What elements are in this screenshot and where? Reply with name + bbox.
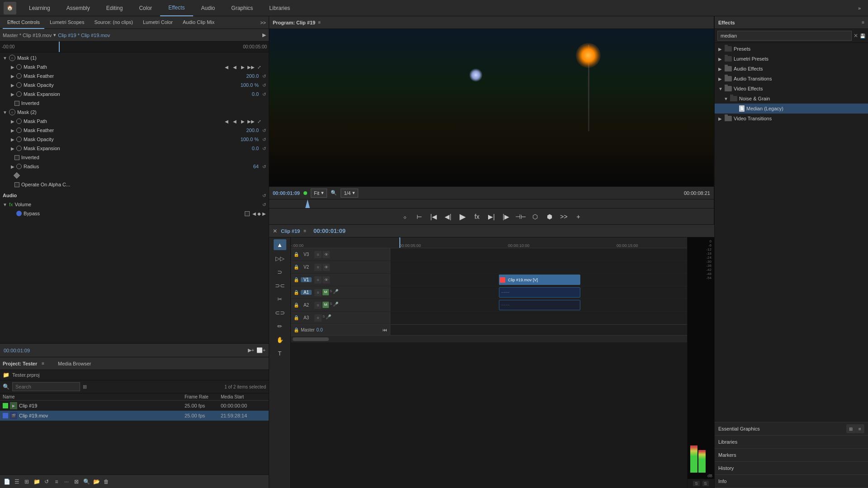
tree-median-legacy[interactable]: 📄 Median (Legacy)	[715, 104, 868, 114]
tree-noise-grain[interactable]: ▼ Noise & Grain	[715, 94, 868, 104]
mask1-expansion-value[interactable]: 0.0	[252, 91, 259, 97]
track-v2-eye[interactable]: 👁	[323, 264, 330, 271]
track-a1-sync[interactable]: ≡	[314, 289, 322, 296]
transport-next-edit[interactable]: |▶	[501, 211, 512, 222]
program-fit-dropdown[interactable]: Fit ▾	[311, 189, 327, 198]
transport-step-back[interactable]: |◀	[428, 211, 439, 222]
panel-tabs-more[interactable]: >>	[260, 20, 266, 25]
track-v3-label[interactable]: V3	[301, 252, 312, 257]
timeline-close-btn[interactable]: ✕	[273, 228, 277, 234]
project-icon-view-btn[interactable]: ⊞	[23, 478, 31, 486]
track-v3-sync[interactable]: ≡	[314, 251, 322, 258]
effects-search-clear[interactable]: ✕	[854, 33, 858, 39]
track-v1-eye[interactable]: 👁	[323, 276, 330, 284]
track-a2-mute[interactable]: M	[323, 302, 329, 308]
tab-source[interactable]: Source: (no clips)	[90, 16, 138, 29]
program-scrubber[interactable]	[269, 199, 714, 208]
tree-video-transitions[interactable]: ▶ Video Transitions	[715, 114, 868, 123]
nav-tab-editing[interactable]: Editing	[98, 0, 131, 16]
mask2-expansion-reset[interactable]: ↺	[262, 146, 266, 151]
audio-reset[interactable]: ↺	[262, 193, 266, 198]
mask1-expand-btn[interactable]: ⤢	[256, 64, 262, 70]
operate-alpha-checkbox[interactable]	[14, 182, 19, 187]
track-a1-input[interactable]: 🎤	[333, 289, 338, 296]
mask2-fwd-btn[interactable]: ▶▶	[248, 118, 254, 124]
vu-s-btn-right[interactable]: S	[702, 481, 709, 486]
track-a3-label[interactable]: A3	[301, 315, 312, 320]
nav-tab-color[interactable]: Color	[131, 0, 160, 16]
project-delete-btn[interactable]: 🗑	[102, 478, 110, 486]
transport-prev-edit[interactable]: ⊢	[414, 211, 425, 222]
radius-value[interactable]: 64	[253, 164, 259, 169]
track-a2-solo[interactable]: S	[330, 302, 332, 309]
timeline-scrollbar[interactable]	[291, 335, 687, 342]
essential-graphics-icon2[interactable]: ≡	[855, 424, 864, 433]
project-new-item-btn[interactable]: 📄	[3, 478, 11, 486]
ec-btn-add-to-sequence[interactable]: ▶+	[247, 346, 255, 355]
tool-type[interactable]: T	[274, 348, 286, 359]
project-folder-btn[interactable]: 📁	[33, 478, 41, 486]
track-a3-input[interactable]: 🎤	[326, 314, 331, 322]
transport-play-stop[interactable]: ▶	[457, 211, 468, 222]
project-icon-btn[interactable]: ⊞	[83, 384, 87, 390]
track-v1-sync[interactable]: ≡	[314, 276, 322, 284]
program-menu-icon[interactable]: ≡	[318, 20, 321, 25]
home-button[interactable]: 🏠	[4, 2, 16, 14]
tree-audio-effects[interactable]: ▶ Audio Effects	[715, 64, 868, 74]
track-a2-lock[interactable]: 🔒	[294, 303, 299, 308]
track-a2-clip[interactable]: ~~~~	[499, 300, 580, 310]
tab-lumetri-color[interactable]: Lumetri Color	[138, 16, 177, 29]
mask2-opacity-value[interactable]: 100.0 %	[241, 137, 259, 142]
essential-graphics-header[interactable]: Essential Graphics ⊞ ≡	[715, 422, 868, 435]
track-v1-label[interactable]: V1	[301, 277, 312, 282]
mask1-opacity-value[interactable]: 100.0 %	[241, 82, 259, 88]
track-a3-lock[interactable]: 🔒	[294, 315, 299, 320]
tool-pen[interactable]: ✏	[274, 321, 286, 332]
track-a2-sync[interactable]: ≡	[314, 302, 322, 309]
nav-tab-graphics[interactable]: Graphics	[223, 0, 261, 16]
nav-tab-audio[interactable]: Audio	[193, 0, 223, 16]
tool-ripple[interactable]: ⊃	[274, 266, 286, 277]
track-v2-sync[interactable]: ≡	[314, 264, 322, 271]
project-list-view-btn[interactable]: ☰	[13, 478, 21, 486]
tool-razor[interactable]: ✂	[274, 294, 286, 304]
nav-tab-effects[interactable]: Effects	[160, 0, 193, 16]
nav-tab-assembly[interactable]: Assembly	[58, 0, 98, 16]
track-a2-input[interactable]: 🎤	[333, 302, 338, 309]
transport-add-marker[interactable]: +	[573, 211, 584, 222]
bypass-checkbox[interactable]	[245, 211, 250, 216]
project-dots-btn[interactable]: ···	[62, 478, 71, 486]
tool-hand[interactable]: ✋	[274, 334, 286, 345]
volume-header[interactable]: ▼ fx Volume ↺	[0, 200, 269, 209]
timeline-menu-icon[interactable]: ≡	[304, 228, 306, 233]
mask2-feather-reset[interactable]: ↺	[262, 128, 266, 133]
transport-overwrite[interactable]: ⬢	[544, 211, 555, 222]
mask2-feather-value[interactable]: 200.0	[246, 128, 259, 133]
tab-audio-clip-mix[interactable]: Audio Clip Mix	[178, 16, 219, 29]
track-a1-mute[interactable]: M	[323, 289, 329, 295]
mask2-play-btn[interactable]: ▶	[240, 118, 246, 124]
tool-selection[interactable]: ▲	[274, 239, 286, 250]
project-grid-btn[interactable]: ⊠	[72, 478, 81, 486]
project-settings-btn[interactable]: ≡	[52, 478, 61, 486]
mask1-inverted-checkbox[interactable]	[14, 101, 19, 106]
timeline-scrollbar-thumb[interactable]	[293, 337, 329, 341]
program-fraction-dropdown[interactable]: 1/4 ▾	[341, 189, 358, 198]
program-scrubber-head[interactable]	[305, 199, 310, 208]
track-a3-sync[interactable]: ≡	[314, 314, 322, 322]
mask1-play-btn[interactable]: ▶	[240, 64, 246, 70]
track-v3-lock[interactable]: 🔒	[294, 252, 299, 257]
mask2-prev-btn[interactable]: ◀	[223, 118, 230, 124]
tab-lumetri-scopes[interactable]: Lumetri Scopes	[45, 16, 89, 29]
audio-header[interactable]: Audio ↺	[0, 191, 269, 200]
mask1-opacity-reset[interactable]: ↺	[262, 83, 266, 88]
tree-lumetri-presets[interactable]: ▶ Lumetri Presets	[715, 54, 868, 64]
track-a1-clip[interactable]: ~~~~	[499, 287, 580, 298]
mask2-expand-btn[interactable]: ⤢	[256, 118, 262, 124]
info-header[interactable]: Info	[715, 475, 868, 488]
mask1-feather-value[interactable]: 200.0	[246, 73, 259, 79]
volume-reset[interactable]: ↺	[262, 202, 266, 207]
project-search-input[interactable]	[12, 382, 80, 391]
mask1-fwd-btn[interactable]: ▶▶	[248, 64, 254, 70]
mask1-expansion-reset[interactable]: ↺	[262, 92, 266, 97]
